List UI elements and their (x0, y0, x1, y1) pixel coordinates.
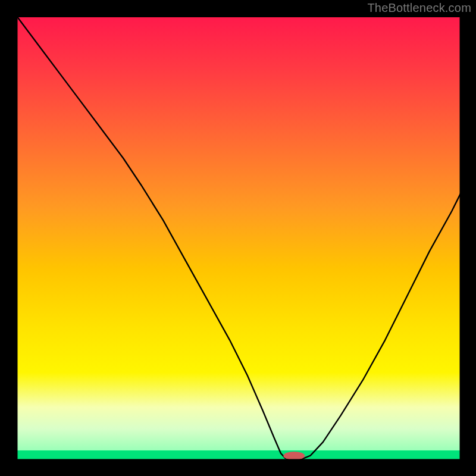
optimal-marker (283, 452, 305, 460)
chart-svg (0, 0, 476, 476)
gradient-background (17, 17, 461, 450)
chart-stage: { "watermark": "TheBottleneck.com", "plo… (0, 0, 476, 476)
green-band (17, 450, 461, 460)
